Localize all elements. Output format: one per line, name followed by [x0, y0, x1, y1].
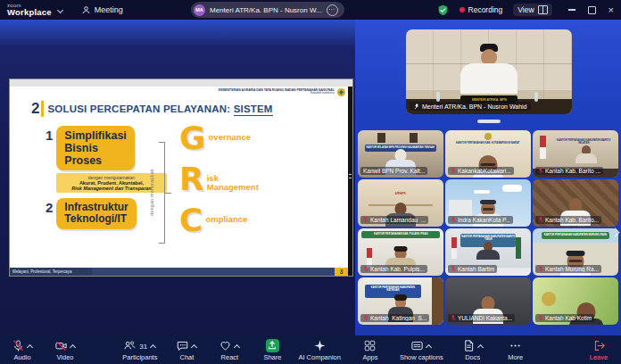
ai-companion-button[interactable]: AI Companion [298, 339, 341, 361]
title-accent-bar [41, 101, 44, 117]
scene-decoration [449, 200, 472, 216]
meeting-people-icon [81, 5, 91, 15]
participant-tile[interactable]: ATR/BPNKantah Lamandau_... [358, 179, 443, 227]
participant-tile[interactable]: KANTOR PERTANAHAN KABUPATEN KATINGANKant… [358, 277, 443, 325]
participant-tile[interactable]: KANTOR WILAYAH BPN PROVINSI KALIMANTAN T… [358, 130, 443, 178]
office-sign: ATR/BPN [365, 191, 437, 198]
participants-chevron-icon[interactable] [150, 343, 156, 350]
share-button[interactable]: Share [259, 339, 286, 361]
participants-label: Participants [122, 353, 157, 361]
avatar: MA [194, 4, 205, 16]
grc-governance: G overnance [179, 122, 259, 160]
docs-chevron-icon[interactable] [477, 343, 484, 350]
video-button[interactable]: Video [52, 339, 79, 361]
slide-page-number: 3 [335, 268, 348, 276]
logo-line2: Workplace [7, 8, 52, 17]
pinned-name: Menteri ATR/Ka. BPN - Nusron Wahid [422, 103, 526, 110]
apps-grid-icon [363, 339, 377, 352]
participant-name-label: Kantah Kab Kotim [535, 314, 594, 322]
grc-letter: R [179, 163, 204, 195]
participant-name-label: Kantah Kab. Barito ... [535, 167, 603, 175]
maximize-icon[interactable] [588, 6, 596, 14]
participant-tile[interactable]: YULIANDI Kakanta... [445, 277, 531, 325]
minimize-icon[interactable] [568, 9, 575, 10]
leave-button[interactable]: Leave [585, 339, 612, 361]
react-button[interactable]: React [216, 339, 243, 361]
muted-mic-icon [363, 266, 368, 272]
grc-letter: G [179, 122, 206, 154]
participant-name: Kantah Kab. Barito ... [545, 168, 600, 174]
panel-drag-handle[interactable] [477, 120, 501, 123]
meeting-title-pill[interactable]: MA Menteri ATR/Ka. BPN - Nusron W... [191, 2, 344, 18]
grc-word: ompliance [205, 215, 247, 224]
react-chevron-icon[interactable] [234, 343, 240, 350]
participant-name: Kantah_Katingan_S... [370, 315, 426, 321]
more-options-icon[interactable] [327, 4, 338, 16]
water-bottle [534, 92, 538, 102]
office-sign: KANTOR PERTANAHAN KAB. PULANG PISAU [361, 231, 440, 238]
muted-mic-icon [451, 217, 456, 223]
participant-tile[interactable]: KANTOR PERTANAHAN KAB. KOTAWARINGIN BARA… [445, 130, 531, 178]
muted-mic-icon [363, 217, 368, 223]
participant-name-label: Kanwil BPN Prov. Kalt... [360, 167, 427, 175]
chat-button[interactable]: Chat [173, 339, 200, 361]
video-options-chevron-icon[interactable] [70, 343, 76, 350]
scrollbar[interactable] [348, 87, 352, 276]
section-number: 2 [31, 100, 39, 118]
apps-button[interactable]: Apps [357, 339, 384, 361]
muted-mic-icon [538, 168, 543, 174]
grc-risk: R isk Management [179, 163, 259, 201]
slide-title-underlined: SISTEM [234, 103, 273, 116]
audio-options-chevron-icon[interactable] [27, 343, 33, 350]
participant-name-label: Kantah Kab. Pulpis... [360, 265, 427, 273]
audio-label: Audio [13, 353, 30, 361]
recording-indicator[interactable]: Recording [460, 5, 503, 14]
tab-meeting[interactable]: Meeting [81, 5, 123, 15]
participant-tile[interactable]: Indra KakanKota P... [445, 179, 531, 227]
chevron-down-icon[interactable] [57, 8, 63, 14]
more-button[interactable]: More [502, 339, 529, 361]
scene-decoration [451, 237, 457, 259]
security-shield-icon[interactable] [437, 4, 449, 16]
react-label: React [221, 353, 239, 361]
participant-name: KakankabKotawari... [458, 168, 511, 174]
participant-tile[interactable]: KANTOR PERTANAHAN KABUPATEN BARITO SELAT… [533, 130, 618, 178]
chat-icon [176, 339, 189, 352]
item2-box: Infrastruktur Teknologi/IT [56, 198, 136, 229]
participant-tile[interactable]: Kantah Kab Kotim [533, 277, 618, 325]
muted-mic-icon [363, 315, 368, 321]
scene-decoration [542, 292, 556, 306]
view-label: View [518, 5, 534, 14]
bracket-label: dengan menerapkan [149, 142, 154, 242]
participant-tile[interactable]: KANTOR PERTANAHAN KABUPATEN MURUNG RAYAK… [533, 228, 618, 276]
scene-decoration [377, 133, 385, 143]
view-layout-icon [538, 5, 548, 14]
docs-button[interactable]: Docs [460, 339, 486, 361]
next-page-chevron-icon[interactable] [611, 227, 620, 239]
participants-button[interactable]: 31 Participants [122, 339, 157, 361]
participant-name-label: Kantah Bartim [448, 265, 497, 273]
audio-button[interactable]: Audio [9, 339, 36, 361]
captions-chevron-icon[interactable] [426, 343, 432, 350]
slide-motto: Melayani, Profesional, Terpercaya [12, 269, 72, 274]
view-button[interactable]: View [513, 4, 551, 16]
apps-label: Apps [362, 353, 377, 361]
participant-name: Kantah Bartim [458, 266, 494, 272]
participant-name-label: KakankabKotawari... [448, 167, 514, 175]
note-line2: Risk Management dan Transparan [60, 186, 163, 191]
close-icon[interactable]: × [609, 5, 614, 15]
participant-tile[interactable]: KANTOR PERTANAHAN KABUPATEN BARITO TIMUR… [445, 228, 531, 276]
chat-chevron-icon[interactable] [191, 343, 197, 350]
participant-tile[interactable]: Kantah Kab. Barito... [533, 179, 618, 227]
show-captions-button[interactable]: Show captions [400, 339, 443, 361]
muted-mic-icon [451, 315, 456, 321]
titlebar-right: Recording View × [437, 0, 621, 20]
muted-mic-icon [451, 168, 456, 174]
pinned-speaker-video[interactable]: MENTERI ATR/KA. BPN Menteri ATR/Ka. BPN … [406, 29, 572, 114]
grc-letter: C [179, 204, 203, 236]
participants-count: 31 [139, 343, 147, 351]
participant-name: Kantah Kab. Barito... [545, 217, 599, 223]
share-label: Share [263, 353, 281, 361]
participant-tile[interactable]: KANTOR PERTANAHAN KAB. PULANG PISAUKanta… [358, 228, 443, 276]
share-screen-icon [266, 339, 279, 352]
